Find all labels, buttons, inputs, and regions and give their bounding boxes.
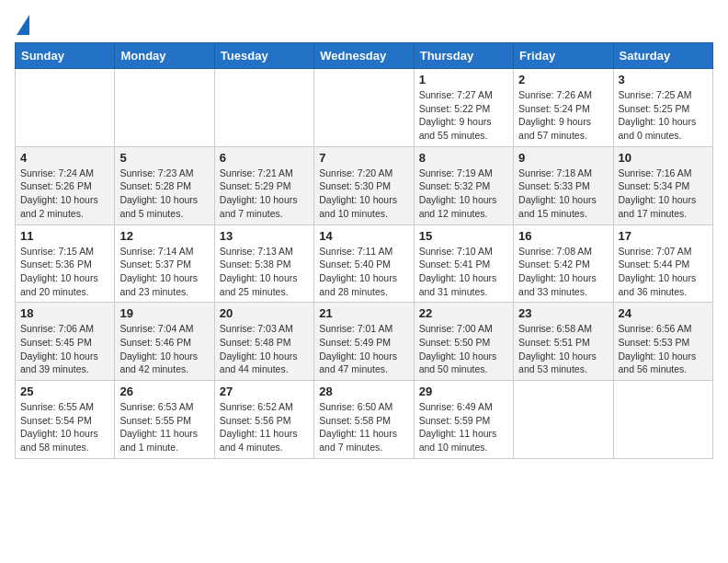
- day-number: 15: [419, 229, 508, 243]
- day-info: Sunrise: 7:20 AM Sunset: 5:30 PM Dayligh…: [319, 167, 408, 221]
- day-info: Sunrise: 7:10 AM Sunset: 5:41 PM Dayligh…: [419, 245, 508, 299]
- calendar-cell: 22Sunrise: 7:00 AM Sunset: 5:50 PM Dayli…: [414, 303, 513, 381]
- day-number: 21: [319, 306, 408, 320]
- day-info: Sunrise: 7:01 AM Sunset: 5:49 PM Dayligh…: [319, 322, 408, 376]
- calendar-cell: 18Sunrise: 7:06 AM Sunset: 5:45 PM Dayli…: [16, 303, 115, 381]
- day-number: 1: [419, 73, 508, 86]
- day-info: Sunrise: 7:07 AM Sunset: 5:44 PM Dayligh…: [619, 245, 708, 299]
- calendar-cell: [115, 69, 214, 147]
- day-number: 11: [20, 229, 109, 243]
- header: [15, 15, 713, 35]
- day-info: Sunrise: 6:53 AM Sunset: 5:55 PM Dayligh…: [119, 400, 209, 454]
- day-info: Sunrise: 7:18 AM Sunset: 5:33 PM Dayligh…: [518, 167, 608, 221]
- day-number: 5: [119, 151, 209, 165]
- calendar-week-3: 11Sunrise: 7:15 AM Sunset: 5:36 PM Dayli…: [16, 224, 713, 303]
- day-number: 4: [20, 151, 109, 165]
- weekday-header-sunday: Sunday: [16, 43, 115, 69]
- day-number: 18: [20, 306, 109, 320]
- day-info: Sunrise: 7:08 AM Sunset: 5:42 PM Dayligh…: [518, 245, 608, 299]
- calendar-cell: [214, 69, 313, 147]
- day-number: 6: [220, 151, 309, 165]
- day-info: Sunrise: 7:15 AM Sunset: 5:36 PM Dayligh…: [20, 245, 109, 299]
- day-number: 27: [220, 385, 309, 398]
- weekday-header-friday: Friday: [514, 43, 613, 69]
- weekday-header-saturday: Saturday: [613, 43, 712, 69]
- day-number: 9: [518, 151, 608, 165]
- day-info: Sunrise: 6:55 AM Sunset: 5:54 PM Dayligh…: [20, 400, 109, 454]
- day-info: Sunrise: 7:27 AM Sunset: 5:22 PM Dayligh…: [419, 88, 508, 143]
- calendar-cell: 9Sunrise: 7:18 AM Sunset: 5:33 PM Daylig…: [514, 146, 613, 224]
- day-info: Sunrise: 7:00 AM Sunset: 5:50 PM Dayligh…: [419, 322, 508, 376]
- day-number: 13: [220, 229, 309, 243]
- day-info: Sunrise: 7:14 AM Sunset: 5:37 PM Dayligh…: [119, 245, 209, 299]
- calendar-week-4: 18Sunrise: 7:06 AM Sunset: 5:45 PM Dayli…: [16, 303, 713, 381]
- logo: [15, 15, 29, 35]
- weekday-header-monday: Monday: [115, 43, 214, 69]
- day-info: Sunrise: 7:13 AM Sunset: 5:38 PM Dayligh…: [220, 245, 309, 299]
- calendar-cell: 17Sunrise: 7:07 AM Sunset: 5:44 PM Dayli…: [613, 224, 712, 303]
- calendar-cell: 11Sunrise: 7:15 AM Sunset: 5:36 PM Dayli…: [16, 224, 115, 303]
- calendar-cell: 21Sunrise: 7:01 AM Sunset: 5:49 PM Dayli…: [314, 303, 414, 381]
- day-info: Sunrise: 7:03 AM Sunset: 5:48 PM Dayligh…: [220, 322, 309, 376]
- day-number: 10: [619, 151, 708, 165]
- calendar-cell: 6Sunrise: 7:21 AM Sunset: 5:29 PM Daylig…: [214, 146, 313, 224]
- calendar-cell: 26Sunrise: 6:53 AM Sunset: 5:55 PM Dayli…: [115, 381, 214, 459]
- calendar-cell: 24Sunrise: 6:56 AM Sunset: 5:53 PM Dayli…: [613, 303, 712, 381]
- calendar-cell: 20Sunrise: 7:03 AM Sunset: 5:48 PM Dayli…: [214, 303, 313, 381]
- day-number: 17: [619, 229, 708, 243]
- day-info: Sunrise: 6:56 AM Sunset: 5:53 PM Dayligh…: [619, 322, 708, 376]
- day-number: 29: [419, 385, 508, 398]
- day-number: 28: [319, 385, 408, 398]
- calendar-cell: 8Sunrise: 7:19 AM Sunset: 5:32 PM Daylig…: [414, 146, 513, 224]
- day-number: 20: [220, 306, 309, 320]
- weekday-header-row: SundayMondayTuesdayWednesdayThursdayFrid…: [16, 43, 713, 69]
- calendar-week-2: 4Sunrise: 7:24 AM Sunset: 5:26 PM Daylig…: [16, 146, 713, 224]
- calendar-cell: 1Sunrise: 7:27 AM Sunset: 5:22 PM Daylig…: [414, 69, 513, 147]
- calendar-cell: 7Sunrise: 7:20 AM Sunset: 5:30 PM Daylig…: [314, 146, 414, 224]
- calendar-cell: 10Sunrise: 7:16 AM Sunset: 5:34 PM Dayli…: [613, 146, 712, 224]
- day-info: Sunrise: 7:11 AM Sunset: 5:40 PM Dayligh…: [319, 245, 408, 299]
- weekday-header-thursday: Thursday: [414, 43, 513, 69]
- calendar-body: 1Sunrise: 7:27 AM Sunset: 5:22 PM Daylig…: [16, 69, 713, 459]
- calendar-week-1: 1Sunrise: 7:27 AM Sunset: 5:22 PM Daylig…: [16, 69, 713, 147]
- calendar-cell: 29Sunrise: 6:49 AM Sunset: 5:59 PM Dayli…: [414, 381, 513, 459]
- day-info: Sunrise: 7:21 AM Sunset: 5:29 PM Dayligh…: [220, 167, 309, 221]
- day-info: Sunrise: 6:50 AM Sunset: 5:58 PM Dayligh…: [319, 400, 408, 454]
- day-number: 3: [619, 73, 708, 86]
- day-number: 16: [518, 229, 608, 243]
- day-number: 7: [319, 151, 408, 165]
- day-info: Sunrise: 7:25 AM Sunset: 5:25 PM Dayligh…: [619, 88, 708, 143]
- calendar-cell: [613, 381, 712, 459]
- calendar-cell: [314, 69, 414, 147]
- day-info: Sunrise: 7:26 AM Sunset: 5:24 PM Dayligh…: [518, 88, 608, 143]
- calendar-week-5: 25Sunrise: 6:55 AM Sunset: 5:54 PM Dayli…: [16, 381, 713, 459]
- day-info: Sunrise: 7:23 AM Sunset: 5:28 PM Dayligh…: [119, 167, 209, 221]
- day-info: Sunrise: 7:16 AM Sunset: 5:34 PM Dayligh…: [619, 167, 708, 221]
- day-number: 24: [619, 306, 708, 320]
- calendar-cell: 4Sunrise: 7:24 AM Sunset: 5:26 PM Daylig…: [16, 146, 115, 224]
- day-info: Sunrise: 7:24 AM Sunset: 5:26 PM Dayligh…: [20, 167, 109, 221]
- calendar-cell: 19Sunrise: 7:04 AM Sunset: 5:46 PM Dayli…: [115, 303, 214, 381]
- day-number: 14: [319, 229, 408, 243]
- calendar-cell: 25Sunrise: 6:55 AM Sunset: 5:54 PM Dayli…: [16, 381, 115, 459]
- day-number: 12: [119, 229, 209, 243]
- day-number: 26: [119, 385, 209, 398]
- calendar-cell: 3Sunrise: 7:25 AM Sunset: 5:25 PM Daylig…: [613, 69, 712, 147]
- weekday-header-tuesday: Tuesday: [214, 43, 313, 69]
- calendar-cell: 15Sunrise: 7:10 AM Sunset: 5:41 PM Dayli…: [414, 224, 513, 303]
- calendar-cell: 23Sunrise: 6:58 AM Sunset: 5:51 PM Dayli…: [514, 303, 613, 381]
- day-number: 25: [20, 385, 109, 398]
- calendar-table: SundayMondayTuesdayWednesdayThursdayFrid…: [15, 42, 713, 459]
- calendar-cell: 5Sunrise: 7:23 AM Sunset: 5:28 PM Daylig…: [115, 146, 214, 224]
- calendar-cell: [16, 69, 115, 147]
- calendar-cell: 14Sunrise: 7:11 AM Sunset: 5:40 PM Dayli…: [314, 224, 414, 303]
- day-info: Sunrise: 7:19 AM Sunset: 5:32 PM Dayligh…: [419, 167, 508, 221]
- calendar-cell: 2Sunrise: 7:26 AM Sunset: 5:24 PM Daylig…: [514, 69, 613, 147]
- day-number: 22: [419, 306, 508, 320]
- weekday-header-wednesday: Wednesday: [314, 43, 414, 69]
- day-number: 23: [518, 306, 608, 320]
- day-number: 8: [419, 151, 508, 165]
- logo-triangle-icon: [17, 15, 29, 35]
- day-number: 2: [518, 73, 608, 86]
- calendar-cell: 27Sunrise: 6:52 AM Sunset: 5:56 PM Dayli…: [214, 381, 313, 459]
